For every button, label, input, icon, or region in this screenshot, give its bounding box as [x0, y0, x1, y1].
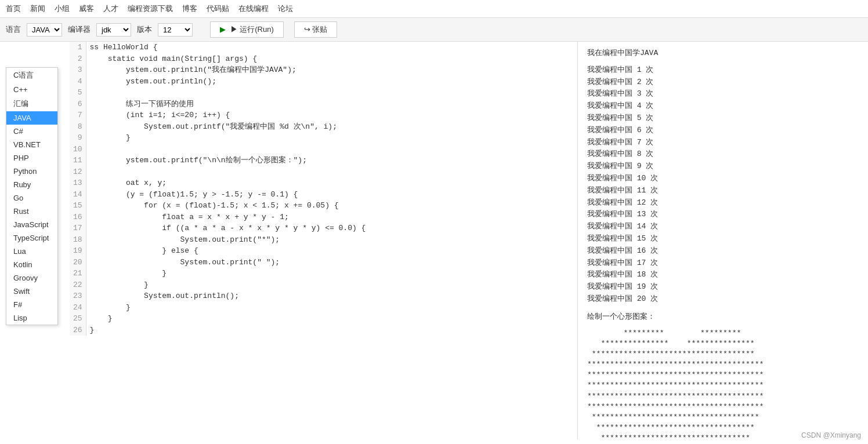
line-code[interactable]: ystem.out.println();	[86, 76, 577, 88]
output-line: 我爱编程中国 14 次	[587, 221, 859, 233]
nav-forum[interactable]: 论坛	[278, 3, 293, 14]
dropdown-item-asm[interactable]: 汇编	[6, 96, 57, 111]
code-line: 23 System.out.println();	[70, 290, 577, 302]
line-code[interactable]: (int i=1; i<=20; i++) {	[86, 110, 577, 121]
dropdown-item-fsharp[interactable]: F#	[6, 298, 57, 311]
dropdown-item-ruby[interactable]: Ruby	[6, 178, 57, 191]
line-code[interactable]: ss HelloWorld {	[86, 42, 577, 53]
line-code[interactable]	[86, 87, 577, 99]
nav-home[interactable]: 首页	[6, 3, 21, 14]
line-number: 4	[70, 76, 86, 88]
line-code[interactable]: ystem.out.println("我在编程中国学JAVA");	[86, 64, 577, 76]
nav-blog[interactable]: 博客	[182, 3, 197, 14]
heart-line: ***************************************	[587, 380, 859, 391]
nav-resources[interactable]: 编程资源下载	[128, 3, 173, 14]
dropdown-item-swift[interactable]: Swift	[6, 285, 57, 298]
dropdown-item-cpp[interactable]: C++	[6, 83, 57, 96]
code-line: 10	[70, 144, 577, 155]
output-line: 我爱编程中国 7 次	[587, 137, 859, 149]
dropdown-item-lua[interactable]: Lua	[6, 245, 57, 258]
line-code[interactable]: }	[86, 302, 577, 314]
code-line: 9 }	[70, 132, 577, 144]
line-code[interactable]: ystem.out.printf("\n\n绘制一个心形图案：");	[86, 155, 577, 166]
version-label: 版本	[137, 24, 152, 35]
nav-group[interactable]: 小组	[55, 3, 70, 14]
line-code[interactable]: (y = (float)1.5; y > -1.5; y -= 0.1) {	[86, 189, 577, 201]
output-line: 我爱编程中国 10 次	[587, 173, 859, 185]
line-number: 2	[70, 53, 86, 65]
line-code[interactable]: System.out.println();	[86, 290, 577, 302]
code-line: 25 }	[70, 313, 577, 325]
line-number: 10	[70, 144, 86, 155]
output-line: 我爱编程中国 6 次	[587, 125, 859, 137]
line-code[interactable]: for (x = (float)-1.5; x < 1.5; x += 0.05…	[86, 200, 577, 212]
line-code[interactable]: static void main(String[] args) {	[86, 53, 577, 65]
code-line: 13 oat x, y;	[70, 177, 577, 189]
code-line: 16 float a = x * x + y * y - 1;	[70, 212, 577, 223]
run-button[interactable]: ▶ ▶ 运行(Run)	[210, 21, 284, 38]
nav-weike[interactable]: 威客	[79, 3, 94, 14]
line-code[interactable]: System.out.print("*");	[86, 234, 577, 246]
nav-online-coding[interactable]: 在线编程	[238, 3, 269, 14]
output-heart: ********* ********* *************** ****…	[587, 328, 859, 439]
compiler-select[interactable]: jdk	[96, 23, 131, 37]
line-code[interactable]: } else {	[86, 245, 577, 257]
toolbar: 语言 JAVA 编译器 jdk 版本 12 ▶ ▶ 运行(Run) ↪ 张贴	[0, 18, 868, 42]
output-line: 我爱编程中国 3 次	[587, 88, 859, 100]
version-select[interactable]: 12	[158, 23, 193, 37]
line-code[interactable]: }	[86, 325, 577, 336]
lang-select[interactable]: JAVA	[27, 23, 62, 37]
nav-codepaste[interactable]: 代码贴	[207, 3, 229, 14]
line-number: 9	[70, 132, 86, 144]
lang-label: 语言	[6, 24, 21, 35]
line-code[interactable]: }	[86, 279, 577, 291]
dropdown-item-python[interactable]: Python	[6, 165, 57, 178]
code-editor[interactable]: 1ss HelloWorld {2 static void main(Strin…	[70, 42, 577, 336]
line-code[interactable]: 练习一下循环的使用	[86, 99, 577, 110]
output-line: 我爱编程中国 5 次	[587, 112, 859, 125]
dropdown-item-groovy[interactable]: Groovy	[6, 271, 57, 285]
output-title: 我在编程中国学JAVA	[587, 48, 859, 60]
run-label: ▶ 运行(Run)	[230, 25, 274, 34]
code-line: 4 ystem.out.println();	[70, 76, 577, 88]
output-line: 我爱编程中国 15 次	[587, 233, 859, 245]
paste-button[interactable]: ↪ 张贴	[294, 21, 338, 38]
dropdown-item-csharp[interactable]: C#	[6, 125, 57, 138]
dropdown-item-kotlin[interactable]: Kotlin	[6, 258, 57, 271]
output-line: 我爱编程中国 19 次	[587, 281, 859, 293]
code-line: 21 }	[70, 268, 577, 279]
nav-news[interactable]: 新闻	[30, 3, 45, 14]
output-line: 我爱编程中国 16 次	[587, 245, 859, 257]
code-line: 1ss HelloWorld {	[70, 42, 577, 53]
dropdown-item-go[interactable]: Go	[6, 191, 57, 205]
line-code[interactable]: }	[86, 313, 577, 325]
language-dropdown[interactable]: C语言 C++ 汇编 JAVA C# VB.NET PHP Python Rub…	[6, 67, 58, 325]
compiler-label: 编译器	[68, 24, 91, 35]
line-code[interactable]: oat x, y;	[86, 177, 577, 189]
nav-talent[interactable]: 人才	[103, 3, 118, 14]
line-code[interactable]: }	[86, 132, 577, 144]
line-code[interactable]	[86, 166, 577, 178]
dropdown-item-vbnet[interactable]: VB.NET	[6, 138, 57, 151]
dropdown-item-javascript[interactable]: JavaScript	[6, 218, 57, 231]
dropdown-item-rust[interactable]: Rust	[6, 205, 57, 218]
output-loop: 我爱编程中国 1 次我爱编程中国 2 次我爱编程中国 3 次我爱编程中国 4 次…	[587, 64, 859, 305]
line-code[interactable]: float a = x * x + y * y - 1;	[86, 212, 577, 223]
code-line: 12	[70, 166, 577, 178]
line-code[interactable]	[86, 144, 577, 155]
line-code[interactable]: if ((a * a * a - x * x * y * y * y) <= 0…	[86, 223, 577, 234]
code-line: 20 System.out.print(" ");	[70, 257, 577, 268]
line-code[interactable]: System.out.print(" ");	[86, 257, 577, 268]
output-line: 我爱编程中国 8 次	[587, 148, 859, 161]
line-number: 26	[70, 325, 86, 336]
dropdown-item-clang[interactable]: C语言	[6, 68, 57, 83]
line-code[interactable]: }	[86, 268, 577, 279]
watermark: CSDN @Xminyang	[801, 431, 861, 439]
dropdown-item-typescript[interactable]: TypeScript	[6, 231, 57, 245]
output-line: 我爱编程中国 1 次	[587, 64, 859, 77]
dropdown-item-php[interactable]: PHP	[6, 151, 57, 165]
dropdown-item-java[interactable]: JAVA	[6, 111, 57, 125]
line-code[interactable]: System.out.printf("我爱编程中国 %d 次\n", i);	[86, 121, 577, 133]
output-line: 我爱编程中国 12 次	[587, 197, 859, 209]
dropdown-item-lisp[interactable]: Lisp	[6, 311, 57, 325]
